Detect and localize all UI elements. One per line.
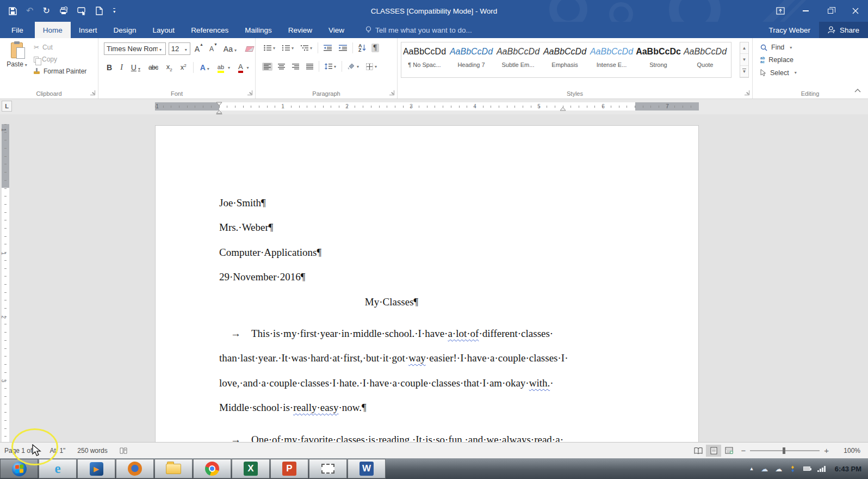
minimize-button[interactable] [793,0,818,22]
zoom-level[interactable]: 100% [840,447,860,455]
tab-review[interactable]: Review [280,22,320,38]
taskbar-file-explorer[interactable] [154,459,193,478]
undo-icon[interactable]: ↶ [26,7,33,15]
zoom-slider[interactable] [750,450,820,451]
page-number-indicator[interactable]: Page 1 of 1 [4,447,38,455]
text-effects-button[interactable]: A [199,63,211,72]
first-line-indent-marker[interactable] [216,102,222,106]
styles-scroll-down-button[interactable]: ▼ [740,54,748,65]
align-left-button[interactable] [262,63,272,71]
clipboard-dialog-launcher[interactable] [90,90,95,95]
print-layout-button[interactable] [706,445,721,457]
collapse-ribbon-button[interactable] [854,86,861,94]
ribbon-display-options-button[interactable] [768,0,793,22]
change-case-button[interactable]: Aa [222,44,238,54]
clear-formatting-button[interactable] [244,46,255,52]
cut-button[interactable]: ✂ Cut [34,44,86,51]
battery-icon[interactable] [803,466,810,471]
decrease-indent-button[interactable] [322,44,333,52]
style-heading-7[interactable]: AaBbCcDd Heading 7 [448,42,495,77]
increase-indent-button[interactable] [337,44,349,52]
touch-mouse-mode-icon[interactable] [77,7,86,15]
bold-button[interactable]: B [105,63,114,72]
tab-insert[interactable]: Insert [71,22,106,38]
print-preview-icon[interactable] [59,7,68,15]
redo-icon[interactable]: ↻ [42,7,49,15]
proofing-errors-icon[interactable] [120,447,128,455]
borders-button[interactable] [364,62,379,71]
subscript-button[interactable]: x2 [165,62,174,73]
italic-button[interactable]: I [119,63,125,72]
tab-view[interactable]: View [320,22,352,38]
zoom-slider-thumb[interactable] [783,447,785,454]
style-quote[interactable]: AaBbCcDd Quote [682,42,729,77]
font-name-combo[interactable]: Times New Roman [104,42,166,55]
underline-button[interactable]: U [129,63,142,72]
taskbar-powerpoint[interactable]: P [270,459,308,478]
align-right-button[interactable] [290,63,301,71]
horizontal-ruler[interactable]: 1 1 2 3 4 5 6 7 [155,102,699,110]
taskbar-snipping-tool[interactable] [309,459,347,478]
word-count-indicator[interactable]: 250 words [77,447,107,455]
taskbar-firefox[interactable] [116,459,154,478]
style-no-spacing[interactable]: AaBbCcDd ¶ No Spac... [401,42,448,77]
bullets-button[interactable] [262,44,277,52]
zoom-in-button[interactable]: + [820,446,833,455]
replace-button[interactable]: abac Replace [760,56,867,64]
style-strong[interactable]: AaBbCcDc Strong [635,42,682,77]
taskbar-chrome[interactable] [193,459,231,478]
styles-more-button[interactable]: ▼ [740,66,748,77]
save-icon[interactable] [9,7,17,15]
cloud-icon[interactable]: ☁ [775,465,782,472]
style-intense-emphasis[interactable]: AaBbCcDd Intense E... [588,42,635,77]
tray-chevron-icon[interactable]: ▲ [749,466,754,471]
copy-button[interactable]: Copy [34,56,86,63]
font-dialog-launcher[interactable] [247,90,252,95]
select-button[interactable]: Select [760,69,867,77]
tab-mailings[interactable]: Mailings [237,22,280,38]
paragraph-dialog-launcher[interactable] [389,90,394,95]
tab-home[interactable]: Home [35,22,71,38]
read-mode-button[interactable] [691,445,706,457]
new-document-icon[interactable] [96,7,103,15]
superscript-button[interactable]: x2 [179,63,188,72]
sync-app-icon[interactable] [789,465,796,472]
grow-font-button[interactable]: A▲ [193,44,205,54]
tab-file[interactable]: File [0,22,35,38]
tab-layout[interactable]: Layout [145,22,183,38]
share-button[interactable]: Share [819,22,868,38]
customize-quick-access-toolbar-icon[interactable] [112,8,117,14]
shrink-font-button[interactable]: A▼ [208,45,219,53]
format-painter-button[interactable]: Format Painter [34,67,86,75]
close-button[interactable] [843,0,868,22]
tab-stop-selector[interactable] [2,101,12,112]
show-hide-marks-button[interactable]: ¶ [371,44,379,52]
styles-scroll-up-button[interactable]: ▲ [740,42,748,54]
taskbar-excel[interactable]: X [232,459,270,478]
find-button[interactable]: Find [760,44,867,51]
style-emphasis[interactable]: AaBbCcDd Emphasis [542,42,588,77]
restore-button[interactable] [818,0,843,22]
align-center-button[interactable] [276,63,287,71]
justify-button[interactable] [305,63,315,71]
line-spacing-button[interactable] [323,62,338,71]
right-indent-marker[interactable] [560,107,566,111]
network-icon[interactable] [817,466,826,472]
document-text[interactable]: Joe·Smith¶ Mrs.·Weber¶ Computer·Applicat… [219,191,568,442]
multilevel-list-button[interactable] [299,44,314,52]
taskbar-word[interactable]: W [348,459,386,478]
sort-button[interactable]: AZ [357,42,368,53]
numbering-button[interactable] [281,44,295,52]
account-name[interactable]: Tracy Weber [768,22,810,38]
shading-button[interactable] [346,62,361,71]
clock[interactable]: 6:43 PM [835,465,861,473]
styles-dialog-launcher[interactable] [745,90,749,95]
start-button[interactable] [0,459,38,478]
vertical-ruler[interactable]: 1 1 2 3 [2,124,9,442]
tab-references[interactable]: References [183,22,237,38]
tab-design[interactable]: Design [106,22,145,38]
strikethrough-button[interactable]: abc [147,63,160,72]
highlight-button[interactable]: ab [216,62,232,73]
taskbar-media-player[interactable]: ▶ [77,459,115,478]
taskbar-internet-explorer[interactable]: e [39,459,77,478]
